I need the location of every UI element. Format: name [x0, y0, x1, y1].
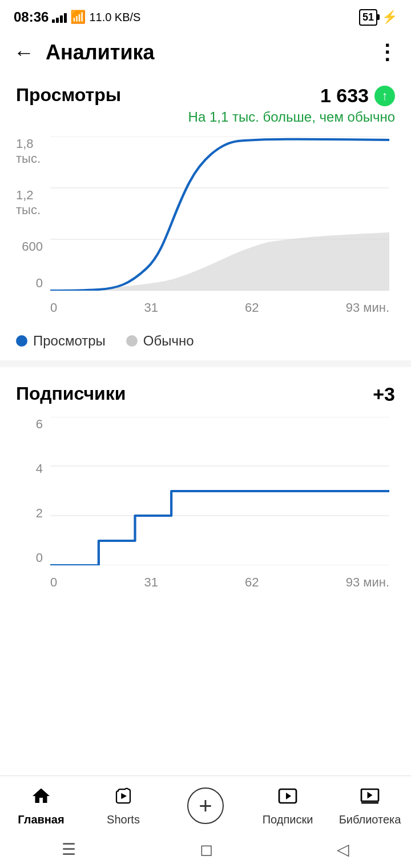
nav-spacer: [0, 600, 411, 714]
subscribers-chart: 6 4 2 0 0 31 62 93 мин.: [16, 417, 395, 594]
subscriptions-icon: [277, 786, 298, 810]
charging-icon: ⚡: [382, 10, 397, 25]
bottom-nav: Главная Shorts +: [0, 775, 411, 868]
y-label-1800: 1,8 тыс.: [16, 136, 43, 166]
subscribers-section: Подписчики +3 6 4 2 0 0: [0, 372, 411, 594]
views-y-labels: 1,8 тыс. 1,2 тыс. 600 0: [16, 136, 47, 291]
nav-home[interactable]: Главная: [0, 786, 82, 826]
add-icon: +: [199, 794, 212, 817]
header: ← Аналитика ⋮: [0, 32, 411, 73]
subs-y-2: 2: [36, 506, 43, 521]
subs-x-31: 31: [144, 575, 158, 590]
views-up-badge: ↑: [374, 86, 395, 106]
views-value-container: 1 633 ↑: [320, 85, 395, 107]
legend-views-dot: [16, 335, 27, 347]
shorts-icon: [113, 786, 134, 810]
subscribers-header: Подписчики +3: [16, 383, 395, 405]
android-back-btn[interactable]: ◁: [337, 840, 349, 859]
nav-subscriptions[interactable]: Подписки: [247, 786, 329, 826]
wifi-icon: 📶: [70, 10, 86, 25]
subs-y-4: 4: [36, 461, 43, 476]
legend-views-label: Просмотры: [33, 333, 106, 349]
subscribers-title: Подписчики: [16, 383, 126, 404]
views-section: Просмотры 1 633 ↑ На 1,1 тыс. больше, че…: [0, 73, 411, 319]
network-speed: 11.0 KB/S: [89, 11, 140, 24]
subs-y-0: 0: [36, 550, 43, 565]
views-count: 1 633: [320, 85, 369, 107]
battery-icon: 51: [359, 9, 377, 26]
views-chart: 1,8 тыс. 1,2 тыс. 600 0 0 31 62 9: [16, 136, 395, 319]
views-title: Просмотры: [16, 85, 121, 106]
nav-shorts-label: Shorts: [107, 813, 140, 826]
y-label-1200: 1,2 тыс.: [16, 188, 43, 218]
status-left: 08:36 📶 11.0 KB/S: [14, 9, 140, 25]
y-label-0: 0: [36, 276, 43, 291]
android-menu-btn[interactable]: ☰: [62, 840, 76, 859]
back-button[interactable]: ←: [14, 42, 34, 63]
views-subtitle: На 1,1 тыс. больше, чем обычно: [16, 109, 395, 125]
svg-marker-11: [368, 791, 373, 798]
nav-library[interactable]: Библиотека: [329, 786, 411, 826]
status-right: 51 ⚡: [359, 9, 397, 26]
subs-x-93: 93 мин.: [346, 575, 389, 590]
page-title: Аналитика: [46, 41, 377, 65]
subs-y-6: 6: [36, 417, 43, 432]
legend-views-item: Просмотры: [16, 333, 106, 349]
x-label-31: 31: [144, 300, 158, 315]
section-divider: [0, 360, 411, 367]
subs-chart-area: [50, 417, 389, 565]
views-x-labels: 0 31 62 93 мин.: [50, 296, 389, 319]
home-icon: [31, 786, 51, 810]
add-button[interactable]: +: [187, 787, 224, 824]
legend-usual-item: Обычно: [126, 333, 194, 349]
legend-usual-dot: [126, 335, 138, 347]
more-button[interactable]: ⋮: [377, 41, 397, 65]
battery-level: 51: [362, 11, 374, 23]
subs-x-62: 62: [245, 575, 259, 590]
library-icon: [360, 786, 380, 810]
nav-add[interactable]: +: [164, 787, 247, 824]
android-nav: ☰ ◻ ◁: [0, 833, 411, 868]
legend-usual-label: Обычно: [143, 333, 194, 349]
y-label-600: 600: [22, 239, 43, 254]
time-display: 08:36: [14, 9, 49, 25]
x-label-62: 62: [245, 300, 259, 315]
views-chart-area: [50, 136, 389, 291]
x-label-93: 93 мин.: [346, 300, 389, 315]
nav-items: Главная Shorts +: [0, 776, 411, 833]
nav-library-label: Библиотека: [339, 813, 401, 826]
subs-x-0: 0: [50, 575, 57, 590]
signal-icon: [52, 11, 67, 23]
svg-marker-9: [286, 793, 291, 799]
nav-shorts[interactable]: Shorts: [82, 786, 164, 826]
nav-subscriptions-label: Подписки: [263, 813, 313, 826]
subs-x-labels: 0 31 62 93 мин.: [50, 571, 389, 594]
nav-home-label: Главная: [18, 813, 64, 826]
android-home-btn[interactable]: ◻: [200, 840, 213, 859]
subscribers-value: +3: [373, 383, 395, 405]
views-header: Просмотры 1 633 ↑: [16, 85, 395, 107]
views-legend: Просмотры Обычно: [0, 325, 411, 360]
status-bar: 08:36 📶 11.0 KB/S 51 ⚡: [0, 0, 411, 32]
subs-y-labels: 6 4 2 0: [16, 417, 47, 565]
x-label-0: 0: [50, 300, 57, 315]
